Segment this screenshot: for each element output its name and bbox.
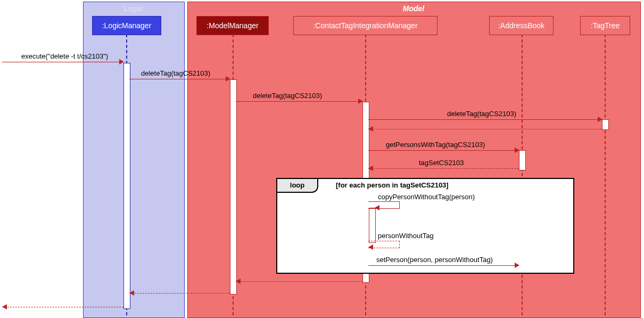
arrowhead-deletetag-1 <box>226 76 230 81</box>
return-deletetag-3 <box>368 129 602 129</box>
arrowhead-deletetag-2 <box>358 99 363 104</box>
msg-deletetag-3: deleteTag(tagCS2103) <box>447 110 516 118</box>
return-cti-mm <box>236 281 362 282</box>
arrowhead-setperson <box>515 263 519 268</box>
msg-return-pwt: personWithoutTag <box>378 232 434 240</box>
model-box-title: Model <box>187 4 640 13</box>
participant-logicmanager: :LogicManager <box>92 16 161 35</box>
return-mm-lm <box>129 293 230 293</box>
msg-setperson: setPerson(person, personWithoutTag) <box>376 256 493 264</box>
msg-execute: execute("delete -t t/cs2103") <box>21 52 108 60</box>
arrow-deletetag-1 <box>129 79 230 79</box>
arrow-setperson <box>368 265 519 266</box>
participant-tagtree: :TagTree <box>580 16 630 35</box>
participant-cti-manager: :ContactTagIntegrationManager <box>293 16 437 35</box>
loop-label: loop <box>277 179 318 193</box>
msg-getpersons: getPersonsWithTag(tagCS2103) <box>386 141 485 149</box>
arrow-copyperson <box>368 201 400 209</box>
arrow-deletetag-2 <box>236 101 362 102</box>
activation-logicmanager <box>123 63 130 309</box>
arrowhead-return-pwt <box>368 244 373 250</box>
lifeline-tagtree <box>605 34 606 315</box>
activation-addressbook <box>519 150 526 170</box>
arrowhead-getpersons <box>515 148 519 153</box>
sequence-diagram: Logic Model :LogicManager :ModelManager … <box>0 0 644 318</box>
participant-modelmanager: :ModelManager <box>196 16 269 35</box>
return-lm-out <box>2 307 123 307</box>
msg-return-tagset: tagSetCS2103 <box>419 159 464 167</box>
msg-copyperson: copyPersonWithoutTag(person) <box>378 193 475 201</box>
return-tagset <box>368 168 519 169</box>
logic-box <box>83 2 185 318</box>
participant-addressbook: :AddressBook <box>489 16 554 35</box>
arrow-getpersons <box>368 150 519 151</box>
loop-condition: [for each person in tagSetCS2103] <box>336 181 449 189</box>
msg-deletetag-2: deleteTag(tagCS2103) <box>253 92 322 100</box>
arrowhead-return-lm-out <box>2 304 7 309</box>
logic-box-title: Logic <box>83 4 184 13</box>
arrowhead-return-mm-lm <box>129 290 134 296</box>
activation-cti-inner <box>369 208 376 243</box>
arrow-execute <box>2 62 123 62</box>
activation-modelmanager <box>230 79 237 295</box>
activation-tagtree <box>602 119 609 130</box>
arrowhead-return-cti-mm <box>236 279 241 284</box>
arrowhead-copyperson <box>375 205 379 210</box>
arrowhead-return-tagset <box>368 166 373 171</box>
arrowhead-execute <box>119 59 124 64</box>
arrowhead-return-3 <box>368 126 373 132</box>
arrowhead-deletetag-3 <box>598 117 602 122</box>
arrow-deletetag-3 <box>368 119 602 120</box>
msg-deletetag-1: deleteTag(tagCS2103) <box>141 69 210 77</box>
